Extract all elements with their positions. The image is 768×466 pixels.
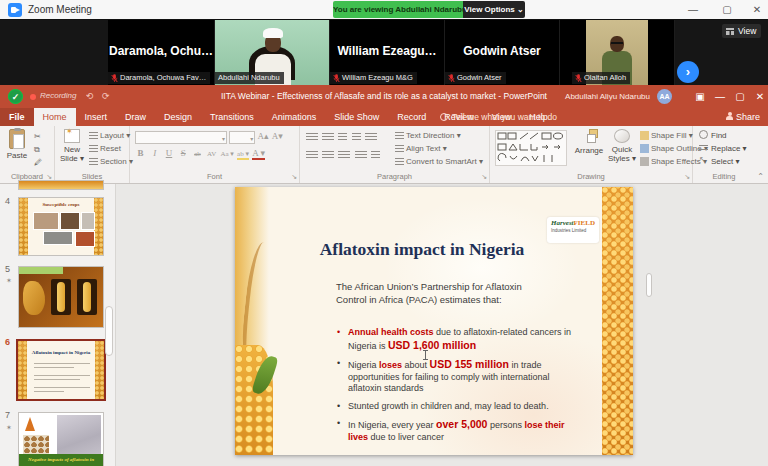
slide-6-thumbnail-selected[interactable]: Aflatoxin impact in Nigeria — [16, 339, 106, 401]
font-name-combobox[interactable]: ▾ — [135, 131, 227, 144]
line-spacing-icon[interactable] — [365, 132, 377, 141]
strikethrough2-button[interactable]: ab — [192, 150, 203, 158]
replace-button[interactable]: Replace ▾ — [699, 142, 747, 155]
paragraph-group: Text Direction ▾ Align Text ▾ Convert to… — [300, 126, 490, 183]
align-center-icon[interactable] — [322, 150, 334, 159]
align-right-icon[interactable] — [338, 150, 350, 159]
highlight-color-button[interactable]: ab ▾ — [237, 150, 249, 160]
reset-button[interactable]: Reset — [89, 142, 133, 155]
participant-name-chip: Abdullahi Ndarubu — [215, 72, 284, 84]
tab-draw[interactable]: Draw — [116, 108, 155, 126]
tab-transitions[interactable]: Transitions — [201, 108, 263, 126]
view-options-button[interactable]: View Options ⌄ — [463, 1, 525, 18]
participant-video-strip: Daramola, Ochu… Daramola, Ochuwa Fav… Ab… — [0, 20, 768, 85]
align-left-icon[interactable] — [306, 150, 318, 159]
tell-me-box[interactable]: Tell me what you want to do — [440, 108, 557, 126]
paragraph-dialog-launcher-icon[interactable]: ↘ — [481, 173, 487, 181]
tab-home[interactable]: Home — [34, 108, 76, 126]
font-size-combobox[interactable]: ▾ — [229, 131, 255, 144]
slide-right-corn-decoration — [602, 187, 633, 455]
slide-5-thumbnail[interactable] — [18, 266, 104, 328]
new-slide-button[interactable]: New Slide ▾ — [57, 129, 87, 163]
participant-tile[interactable]: Olaitan Alloh — [560, 20, 675, 85]
arrange-button[interactable]: Arrange — [572, 129, 606, 155]
paste-button[interactable]: Paste — [4, 129, 30, 160]
pp-minimize-button[interactable]: — — [712, 90, 728, 104]
editing-group-label: Editing — [693, 172, 755, 181]
slide-bullet-list: Annual health costs due to aflatoxin-rel… — [295, 327, 573, 449]
select-button[interactable]: Select ▾ — [699, 155, 747, 168]
bullets-icon[interactable] — [306, 132, 318, 141]
format-painter-button[interactable]: 🖉 — [34, 156, 42, 169]
participant-tile[interactable]: Godwin Atser Godwin Atser — [445, 20, 560, 85]
close-button[interactable]: ✕ — [750, 3, 764, 17]
slide-4-thumbnail[interactable]: Susceptible crops — [18, 197, 104, 256]
layout-button[interactable]: Layout ▾ — [89, 129, 133, 142]
columns-icon[interactable] — [371, 150, 380, 159]
section-icon — [89, 157, 98, 166]
font-color-button[interactable]: A ▾ — [252, 148, 265, 160]
paragraph-right-buttons: Text Direction ▾ Align Text ▾ Convert to… — [395, 129, 483, 168]
find-button[interactable]: Find — [699, 129, 747, 142]
shrink-font-button[interactable]: A▾ — [272, 131, 283, 141]
slide-7-banner: Negative impacts of aflatoxin in — [19, 454, 103, 466]
pp-restore-button[interactable]: ▢ — [732, 90, 748, 104]
slides-group: New Slide ▾ Layout ▾ Reset Section ▾ Sli… — [55, 126, 130, 183]
tab-animations[interactable]: Animations — [263, 108, 326, 126]
slide-canvas[interactable]: HarvestFIELD Industries Limited Aflatoxi… — [235, 187, 633, 455]
tab-file[interactable]: File — [0, 108, 34, 126]
participant-tile-speaker[interactable]: Abdullahi Ndarubu — [215, 20, 330, 85]
font-dialog-launcher-icon[interactable]: ↘ — [291, 173, 297, 181]
tab-slide-show[interactable]: Slide Show — [325, 108, 388, 126]
minimize-button[interactable]: — — [686, 3, 700, 17]
share-button[interactable]: Share — [726, 108, 760, 126]
text-direction-button[interactable]: Text Direction ▾ — [395, 129, 483, 142]
underline-button[interactable]: U — [163, 148, 174, 158]
participant-tile[interactable]: William Ezeagu… William Ezeagu M&G — [330, 20, 445, 85]
tab-insert[interactable]: Insert — [76, 108, 117, 126]
slide-3-thumbnail-partial[interactable] — [18, 180, 104, 190]
character-spacing-button[interactable]: AV — [206, 150, 217, 158]
quick-styles-button[interactable]: Quick Styles ▾ — [606, 129, 638, 163]
decrease-indent-icon[interactable] — [338, 132, 347, 141]
cut-button[interactable]: ✂ — [34, 130, 42, 143]
grow-font-button[interactable]: A▴ — [257, 131, 268, 141]
smartart-icon — [395, 157, 404, 166]
share-person-icon — [726, 112, 733, 120]
strikethrough-button[interactable]: S — [178, 148, 189, 158]
drawing-dialog-launcher-icon[interactable]: ↘ — [684, 173, 690, 181]
collapse-ribbon-icon[interactable]: ⌃ — [757, 172, 764, 181]
section-button[interactable]: Section ▾ — [89, 155, 133, 168]
canvas-scrollbar-thumb[interactable] — [646, 273, 652, 297]
convert-smartart-button[interactable]: Convert to SmartArt ▾ — [395, 155, 483, 168]
justify-icon[interactable] — [355, 150, 367, 159]
italic-button[interactable]: I — [149, 148, 160, 158]
align-text-button[interactable]: Align Text ▾ — [395, 142, 483, 155]
ribbon-display-options-icon[interactable]: ▣ — [692, 90, 708, 104]
change-case-button[interactable]: Aa ▾ — [220, 150, 233, 158]
increase-indent-icon[interactable] — [352, 132, 361, 141]
shapes-gallery[interactable] — [495, 130, 567, 166]
slide-bullet: Nigeria loses about USD 155 million in t… — [335, 358, 573, 395]
powerpoint-titlebar: ✓ Recording ⟲ ⟳ IITA Webinar - Effective… — [0, 85, 768, 108]
numbering-icon[interactable] — [322, 132, 334, 141]
pp-close-button[interactable]: ✕ — [752, 90, 768, 104]
slide-7-thumbnail[interactable]: Negative impacts of aflatoxin in — [18, 412, 104, 466]
bold-button[interactable]: B — [135, 148, 146, 158]
maximize-button[interactable]: ▢ — [720, 3, 734, 17]
tab-record[interactable]: Record — [388, 108, 435, 126]
copy-button[interactable]: ⧉ — [34, 143, 42, 156]
next-participants-arrow[interactable]: › — [677, 61, 699, 83]
ribbon-tab-bar: FileHomeInsertDrawDesignTransitionsAnima… — [0, 108, 768, 126]
participant-tile[interactable]: Daramola, Ochu… Daramola, Ochuwa Fav… — [108, 20, 215, 85]
account-avatar[interactable]: AA — [657, 89, 672, 104]
slide-5-number: 5 — [5, 264, 17, 274]
slide-thumbnail-panel: 4 Susceptible crops 5 ✶ 6 — [0, 184, 116, 466]
gallery-view-button[interactable]: View — [722, 24, 761, 38]
thumbnail-scrollbar-thumb[interactable] — [105, 306, 113, 356]
lightbulb-icon — [440, 113, 448, 121]
tab-design[interactable]: Design — [155, 108, 201, 126]
shape-fill-icon — [640, 131, 649, 140]
slide-bullet: In Nigeria, every year over 5,000 person… — [335, 418, 573, 443]
drawing-group-label: Drawing — [490, 172, 692, 181]
